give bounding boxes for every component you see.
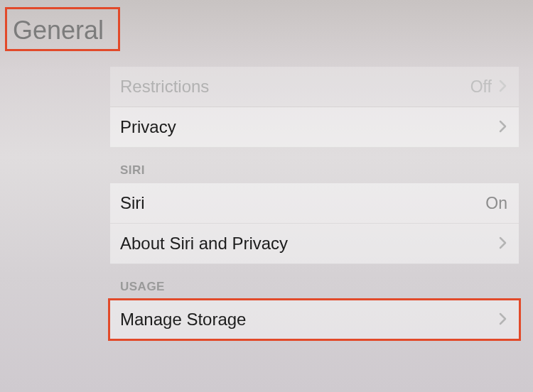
chevron-right-icon (499, 236, 507, 251)
row-manage-storage-label: Manage Storage (120, 310, 246, 330)
group-usage: Manage Storage (110, 300, 519, 340)
row-about-siri-privacy-label: About Siri and Privacy (120, 234, 288, 254)
page-title: General (0, 0, 117, 53)
row-siri[interactable]: Siri On (110, 183, 519, 224)
group-prior: Restrictions Off Privacy (110, 67, 519, 148)
row-restrictions-label: Restrictions (120, 77, 209, 97)
row-manage-storage[interactable]: Manage Storage (110, 300, 519, 340)
row-privacy-label: Privacy (120, 117, 176, 137)
chevron-right-icon (499, 80, 507, 94)
row-siri-value: On (485, 194, 507, 213)
group-header-usage: USAGE (110, 264, 519, 300)
group-siri: Siri On About Siri and Privacy (110, 183, 519, 264)
chevron-right-icon (499, 312, 507, 327)
chevron-right-icon (499, 120, 507, 135)
row-restrictions[interactable]: Restrictions Off (110, 67, 519, 107)
row-restrictions-value: Off (470, 77, 492, 97)
group-header-siri: SIRI (110, 148, 519, 183)
row-siri-label: Siri (120, 193, 145, 213)
settings-content: Restrictions Off Privacy SIRI Siri On (0, 53, 533, 340)
row-about-siri-privacy[interactable]: About Siri and Privacy (110, 224, 519, 264)
row-privacy[interactable]: Privacy (110, 107, 519, 148)
